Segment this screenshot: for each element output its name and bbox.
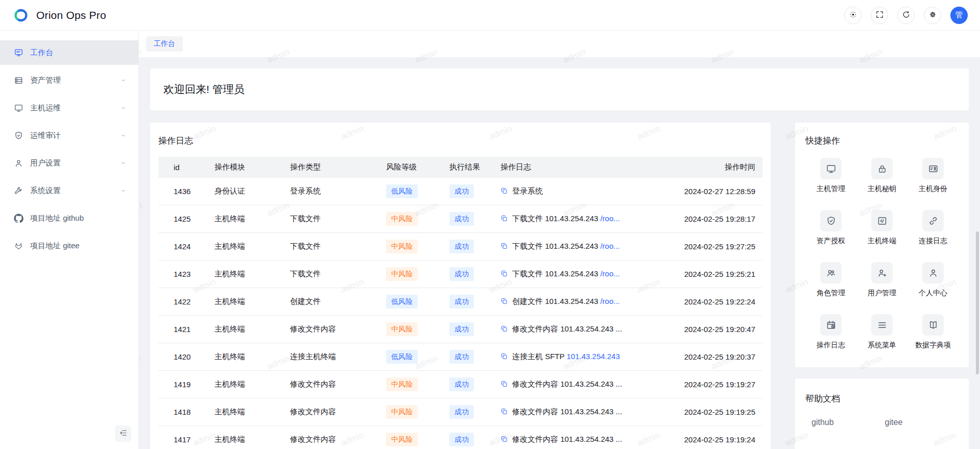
help-link-gitee[interactable]: gitee bbox=[885, 418, 903, 427]
sidebar-item-ops-audit[interactable]: 运维审计 bbox=[0, 123, 138, 148]
sidebar-item-label: 资产管理 bbox=[30, 76, 119, 85]
cell-id: 1417 bbox=[158, 426, 214, 449]
quick-action-connect-log[interactable]: 连接日志 bbox=[907, 210, 959, 246]
monitor-icon bbox=[820, 158, 842, 179]
header-actions: 管 bbox=[844, 7, 968, 24]
cell-type: 修改文件内容 bbox=[290, 316, 386, 343]
avatar[interactable]: 管 bbox=[950, 7, 968, 24]
copy-icon[interactable] bbox=[500, 215, 508, 222]
cell-time: 2024-02-25 19:20:37 bbox=[676, 343, 762, 371]
log-link[interactable]: /roo... bbox=[600, 214, 619, 223]
quick-action-host-identity[interactable]: 主机身份 bbox=[907, 158, 959, 194]
quick-action-user-manage[interactable]: 用户管理 bbox=[856, 262, 907, 298]
copy-icon[interactable] bbox=[500, 187, 508, 195]
quick-action-label: 个人中心 bbox=[919, 289, 947, 298]
log-text: 修改文件内容 101.43.254.243 ... bbox=[512, 435, 622, 443]
cell-risk: 中风险 bbox=[386, 233, 449, 261]
sidebar-item-label: 系统设置 bbox=[30, 186, 119, 196]
copy-icon[interactable] bbox=[500, 325, 508, 333]
cell-log: 修改文件内容 101.43.254.243 ... bbox=[500, 316, 676, 343]
log-link[interactable]: /roo... bbox=[600, 242, 619, 250]
fullscreen-button[interactable] bbox=[871, 7, 888, 24]
cell-id: 1421 bbox=[158, 316, 214, 343]
copy-icon[interactable] bbox=[500, 435, 508, 443]
github-icon bbox=[14, 214, 23, 223]
log-link[interactable]: 101.43.254.243 bbox=[567, 352, 620, 361]
sidebar-item-host-ops[interactable]: 主机运维 bbox=[0, 96, 138, 120]
copy-icon[interactable] bbox=[500, 380, 508, 388]
sidebar-item-user-settings[interactable]: 用户设置 bbox=[0, 151, 138, 175]
sidebar-item-system-settings[interactable]: 系统设置 bbox=[0, 178, 138, 203]
copy-icon[interactable] bbox=[500, 242, 508, 250]
quick-action-label: 系统菜单 bbox=[868, 341, 896, 350]
quick-action-label: 连接日志 bbox=[919, 237, 947, 246]
users-icon bbox=[820, 262, 842, 283]
cell-module: 主机终端 bbox=[214, 205, 290, 233]
result-badge: 成功 bbox=[449, 350, 474, 363]
copy-icon[interactable] bbox=[500, 352, 508, 360]
quick-action-personal-center[interactable]: 个人中心 bbox=[907, 262, 959, 298]
cell-log: 连接主机 SFTP101.43.254.243 bbox=[500, 343, 676, 371]
sidebar-item-gitee[interactable]: 项目地址 gitee bbox=[0, 233, 138, 258]
cell-time: 2024-02-25 19:27:25 bbox=[676, 233, 762, 261]
quick-action-label: 主机身份 bbox=[919, 184, 947, 194]
sidebar-item-label: 项目地址 github bbox=[30, 214, 127, 223]
sidebar-item-assets[interactable]: 资产管理 bbox=[0, 68, 138, 92]
gitee-icon bbox=[14, 241, 23, 251]
quick-action-host-key[interactable]: 主机秘钥 bbox=[856, 158, 907, 194]
menu-icon bbox=[871, 314, 893, 336]
table-row: 1421 主机终端 修改文件内容 中风险 成功 修改文件内容 101.43.25… bbox=[158, 316, 762, 343]
quick-action-label: 资产授权 bbox=[817, 237, 845, 246]
copy-icon[interactable] bbox=[500, 270, 508, 277]
idcard-icon bbox=[922, 158, 944, 179]
lock-icon bbox=[871, 158, 893, 179]
quick-action-label: 主机终端 bbox=[868, 237, 896, 246]
quick-action-label: 数据字典项 bbox=[915, 341, 951, 350]
cell-id: 1423 bbox=[158, 261, 214, 288]
cell-log: 修改文件内容 101.43.254.243 ... bbox=[500, 371, 676, 398]
column-header: 操作模块 bbox=[214, 157, 290, 178]
quick-action-label: 操作日志 bbox=[817, 341, 845, 350]
quick-action-host-terminal[interactable]: 主机终端 bbox=[856, 210, 907, 246]
refresh-button[interactable] bbox=[897, 7, 915, 24]
settings-button[interactable] bbox=[924, 7, 941, 24]
table-row: 1425 主机终端 下载文件 中风险 成功 下载文件 101.43.254.24… bbox=[158, 205, 762, 233]
cell-risk: 低风险 bbox=[386, 343, 449, 371]
chevron-down-icon bbox=[119, 132, 127, 139]
quick-action-role-manage[interactable]: 角色管理 bbox=[805, 262, 856, 298]
copy-icon[interactable] bbox=[500, 297, 508, 305]
breadcrumb-tab-workbench[interactable]: 工作台 bbox=[146, 36, 183, 52]
cell-time: 2024-02-25 19:22:24 bbox=[676, 288, 762, 316]
content-columns: 操作日志 id操作模块操作类型风险等级执行结果操作日志操作时间 1436 身份认… bbox=[150, 123, 969, 449]
cell-log: 下载文件 101.43.254.243/roo... bbox=[500, 261, 676, 288]
cell-id: 1422 bbox=[158, 288, 214, 316]
column-header: 执行结果 bbox=[449, 157, 500, 178]
log-link[interactable]: /roo... bbox=[600, 297, 619, 305]
sidebar-collapse-button[interactable] bbox=[115, 426, 131, 442]
cell-result: 成功 bbox=[449, 343, 500, 371]
quick-action-host-manage[interactable]: 主机管理 bbox=[805, 158, 856, 194]
result-badge: 成功 bbox=[449, 184, 474, 198]
cell-module: 主机终端 bbox=[214, 343, 290, 371]
log-text: 修改文件内容 101.43.254.243 ... bbox=[512, 324, 622, 333]
sidebar-item-workbench[interactable]: 工作台 bbox=[0, 40, 138, 65]
right-column: 快捷操作 主机管理 主机秘钥 主机身份 资产授权 主机终端 连接日志 角色管理 … bbox=[795, 123, 969, 449]
help-link-github[interactable]: github bbox=[811, 418, 834, 427]
user-icon bbox=[922, 262, 944, 283]
quick-action-operation-log[interactable]: 操作日志 bbox=[805, 314, 856, 350]
operation-log-table: id操作模块操作类型风险等级执行结果操作日志操作时间 1436 身份认证 登录系… bbox=[158, 157, 762, 449]
scrollbar-thumb[interactable] bbox=[976, 231, 979, 374]
copy-icon[interactable] bbox=[500, 408, 508, 415]
table-row: 1423 主机终端 下载文件 中风险 成功 下载文件 101.43.254.24… bbox=[158, 261, 762, 288]
sidebar-item-label: 工作台 bbox=[30, 48, 127, 58]
theme-toggle-button[interactable] bbox=[844, 7, 862, 24]
app-logo-icon bbox=[12, 7, 30, 24]
user-icon bbox=[14, 158, 23, 168]
quick-action-system-menu[interactable]: 系统菜单 bbox=[856, 314, 907, 350]
quick-action-data-dict[interactable]: 数据字典项 bbox=[907, 314, 959, 350]
welcome-text: 欢迎回来! 管理员 bbox=[163, 82, 245, 97]
log-link[interactable]: /roo... bbox=[600, 269, 619, 278]
quick-action-asset-auth[interactable]: 资产授权 bbox=[805, 210, 856, 246]
operation-log-title: 操作日志 bbox=[158, 135, 762, 147]
sidebar-item-github[interactable]: 项目地址 github bbox=[0, 206, 138, 230]
